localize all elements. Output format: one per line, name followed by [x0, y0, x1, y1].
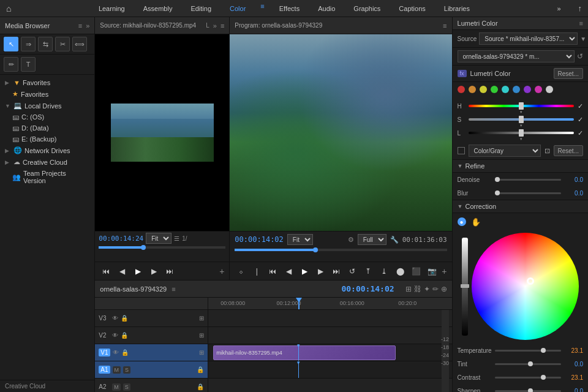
menu-captions[interactable]: Captions — [395, 2, 429, 15]
track-v2-lock[interactable]: 🔒 — [121, 332, 128, 339]
browser-item-d-drive[interactable]: 🖴 D: (Data) — [0, 123, 94, 134]
next-frame-button[interactable]: ▶ — [148, 265, 160, 277]
color-point-icon[interactable]: ● — [458, 217, 466, 226]
color-dot-white[interactable] — [546, 86, 553, 93]
browser-item-c-drive[interactable]: 🖴 C: (OS) — [0, 111, 94, 123]
menu-more-icon[interactable]: » — [557, 5, 560, 12]
browser-item-favorites-folder[interactable]: ▶ ▼ Favorites — [0, 77, 94, 88]
hsl-h-slider[interactable] — [469, 105, 574, 107]
loop-button[interactable]: ↺ — [346, 265, 358, 277]
program-timecode[interactable]: 00:00:14:02 — [235, 235, 283, 244]
lumetri-reset-button[interactable]: Reset... — [554, 68, 583, 79]
add-tools-button[interactable]: + — [219, 266, 224, 276]
share-button[interactable]: ↑ — [578, 4, 582, 13]
mark-icon[interactable]: ✦ — [424, 285, 430, 293]
track-v2-eye[interactable]: 👁 — [112, 332, 118, 339]
track-row-v1[interactable]: mikhail-nilov-8357295.mp4 — [208, 344, 451, 361]
lift-button[interactable]: ⤒ — [362, 265, 374, 277]
media-browser-menu-icon[interactable]: ≡ — [78, 22, 82, 29]
denoise-slider[interactable] — [495, 179, 561, 181]
extract-button[interactable]: ⤓ — [378, 265, 390, 277]
luminance-bar[interactable] — [462, 238, 468, 336]
track-v2-extra[interactable]: ⊞ — [199, 332, 204, 339]
lumetri-menu-icon[interactable]: ≡ — [579, 20, 583, 27]
track-a1-s[interactable]: S — [123, 366, 130, 374]
sharpen-slider[interactable] — [495, 390, 561, 392]
pen-timeline-icon[interactable]: ✏ — [432, 285, 439, 293]
ripple-tool-button[interactable]: ⇆ — [38, 37, 53, 51]
contrast-slider[interactable] — [495, 377, 561, 379]
program-scrubber[interactable] — [235, 249, 447, 251]
slip-tool-button[interactable]: ⟺ — [72, 37, 87, 51]
link-icon[interactable]: ⛓ — [414, 285, 421, 293]
colorgray-checkbox[interactable] — [458, 147, 465, 154]
step-back-button[interactable]: ⏮ — [100, 265, 112, 277]
track-v1-toggle[interactable]: V1 — [99, 349, 110, 356]
track-a1-m[interactable]: M — [113, 366, 121, 374]
track-a2-m[interactable]: M — [112, 383, 121, 391]
refine-toggle[interactable]: ▼ — [458, 163, 463, 169]
insert-timeline-icon[interactable]: ⊕ — [441, 285, 447, 293]
menu-graphics[interactable]: Graphics — [350, 2, 384, 15]
menu-color[interactable]: Color — [226, 2, 249, 15]
color-dot-purple[interactable] — [524, 86, 531, 93]
play-button[interactable]: ▶ — [132, 265, 144, 277]
correction-toggle[interactable]: ▼ — [458, 203, 463, 209]
next-frame-button[interactable]: ▶ — [314, 265, 326, 277]
track-a2-lock[interactable]: 🔒 — [197, 383, 204, 390]
menu-libraries[interactable]: Libraries — [440, 2, 473, 15]
go-out-button[interactable]: ⏭ — [330, 265, 342, 277]
track-v1-eye[interactable]: 👁 — [113, 349, 119, 356]
program-quality-select[interactable]: Full — [358, 234, 386, 245]
timeline-menu-icon[interactable]: ≡ — [172, 285, 175, 293]
mark-out-button[interactable]: | — [251, 265, 263, 277]
hsl-s-check[interactable]: ✓ — [578, 116, 583, 124]
track-a1-extra[interactable]: 🔒 — [197, 366, 204, 373]
blur-slider[interactable] — [495, 192, 561, 194]
program-add-button[interactable]: + — [442, 266, 447, 276]
lumetri-source-dropdown[interactable]: Source * mikhail-nilov-8357... — [479, 32, 578, 45]
track-v3-eye[interactable]: 👁 — [112, 315, 118, 322]
browser-item-local-drives[interactable]: ▼ 💻 Local Drives — [0, 100, 94, 111]
menu-editing[interactable]: Editing — [187, 2, 215, 15]
track-label-v1[interactable]: V1 👁 🔒 ⊞ — [95, 344, 208, 361]
prev-frame-button[interactable]: ◀ — [116, 265, 128, 277]
color-dot-red[interactable] — [458, 86, 465, 93]
color-dot-green[interactable] — [491, 86, 498, 93]
type-tool-button[interactable]: T — [21, 57, 36, 72]
menu-audio[interactable]: Audio — [314, 2, 339, 15]
track-v1-lock[interactable]: 🔒 — [121, 349, 129, 356]
browser-item-team-projects[interactable]: 👥 Team Projects Version — [0, 168, 94, 186]
color-dot-pink[interactable] — [535, 86, 542, 93]
snap-icon[interactable]: ⊞ — [405, 285, 412, 293]
color-dot-blue[interactable] — [513, 86, 520, 93]
lumetri-reset-icon[interactable]: ↺ — [577, 52, 583, 61]
source-fit-select[interactable]: Fit — [146, 233, 172, 244]
video-clip[interactable]: mikhail-nilov-8357295.mp4 — [213, 345, 396, 360]
browser-item-creative-cloud[interactable]: ▶ ☁ Creative Cloud — [0, 156, 94, 168]
track-label-a1[interactable]: A1 M S 🔒 — [95, 361, 208, 379]
program-wrench-icon[interactable]: 🔧 — [390, 236, 399, 244]
track-v1-extra[interactable]: ⊞ — [199, 349, 204, 356]
hsl-s-slider[interactable] — [469, 118, 574, 121]
hsl-l-slider[interactable] — [469, 132, 574, 134]
color-dot-orange[interactable] — [469, 86, 476, 93]
play-button[interactable]: ▶ — [298, 265, 311, 277]
wheel-crosshair[interactable] — [527, 277, 534, 285]
menu-assembly[interactable]: Assembly — [140, 2, 176, 15]
go-in-button[interactable]: ⏮ — [266, 265, 279, 277]
program-fit-select[interactable]: Fit — [287, 234, 313, 245]
source-scrubber[interactable] — [99, 246, 225, 249]
hsl-h-check[interactable]: ✓ — [578, 102, 583, 110]
home-icon[interactable]: ⌂ — [6, 4, 11, 13]
colorgray-reset-button[interactable]: Reset... — [554, 145, 583, 156]
source-panel-menu-icon[interactable]: » — [213, 22, 217, 29]
color-dot-teal[interactable] — [502, 86, 509, 93]
temperature-slider[interactable] — [495, 350, 561, 352]
browser-item-e-drive[interactable]: 🖴 E: (Backup) — [0, 134, 94, 145]
lumetri-effect-dropdown[interactable]: ornella-salas-9794329 * m... — [458, 50, 575, 62]
program-settings-icon[interactable]: ⚙ — [348, 236, 354, 244]
colorgray-view-icon[interactable]: ⊡ — [545, 147, 550, 155]
source-panel-expand-icon[interactable]: ≡ — [221, 22, 224, 29]
hsl-l-check[interactable]: ✓ — [578, 129, 583, 137]
